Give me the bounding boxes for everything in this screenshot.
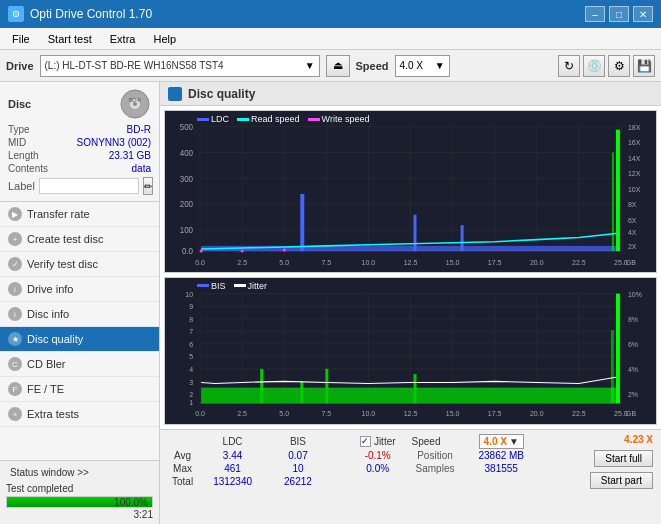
disc-quality-label: Disc quality xyxy=(27,333,83,345)
drive-select[interactable]: (L:) HL-DT-ST BD-RE WH16NS58 TST4 ▼ xyxy=(40,55,320,77)
eject-button[interactable]: ⏏ xyxy=(326,55,350,77)
sidebar-item-disc-quality[interactable]: ★ Disc quality xyxy=(0,327,159,352)
start-part-button[interactable]: Start part xyxy=(590,472,653,489)
legend-jitter-text: Jitter xyxy=(248,281,268,291)
svg-rect-51 xyxy=(414,215,417,251)
disc-label-row: Label ✏ xyxy=(8,177,151,195)
svg-text:10.0: 10.0 xyxy=(362,258,376,266)
disc-label-label: Label xyxy=(8,180,35,192)
disc-label-button[interactable]: ✏ xyxy=(143,177,153,195)
speed-header-text: Speed xyxy=(412,436,441,447)
svg-text:9: 9 xyxy=(189,303,193,311)
nav-section: ▶ Transfer rate + Create test disc ✓ Ver… xyxy=(0,202,159,460)
speed-select[interactable]: 4.0 X ▼ xyxy=(395,55,450,77)
disc-label-input[interactable] xyxy=(39,178,139,194)
svg-text:0.0: 0.0 xyxy=(195,410,205,418)
legend-bis-text: BIS xyxy=(211,281,226,291)
disc-icon-button[interactable]: 💿 xyxy=(583,55,605,77)
sidebar-item-drive-info[interactable]: i Drive info xyxy=(0,277,159,302)
start-full-button[interactable]: Start full xyxy=(594,450,653,467)
svg-text:1: 1 xyxy=(189,399,193,407)
total-bis: 26212 xyxy=(268,475,328,488)
avg-label: Avg xyxy=(168,449,197,462)
menu-file[interactable]: File xyxy=(4,31,38,47)
svg-text:8: 8 xyxy=(189,316,193,324)
chart-ldc: LDC Read speed Write speed xyxy=(164,110,657,273)
svg-rect-112 xyxy=(616,293,620,403)
svg-rect-54 xyxy=(612,153,614,252)
svg-text:12X: 12X xyxy=(628,170,641,178)
create-test-disc-icon: + xyxy=(8,232,22,246)
position-value: 23862 MB xyxy=(466,449,536,462)
svg-rect-107 xyxy=(201,387,619,403)
minimize-button[interactable]: – xyxy=(585,6,605,22)
status-window-nav[interactable]: Status window >> xyxy=(6,465,153,480)
settings-button[interactable]: ⚙ xyxy=(608,55,630,77)
menu-extra[interactable]: Extra xyxy=(102,31,144,47)
legend-ldc-text: LDC xyxy=(211,114,229,124)
svg-rect-111 xyxy=(414,374,417,403)
stats-total-row: Total 1312340 26212 xyxy=(168,475,536,488)
disc-mid-row: MID SONYNN3 (002) xyxy=(8,137,151,148)
svg-text:7.5: 7.5 xyxy=(321,258,331,266)
bis-legend-dot xyxy=(197,284,209,287)
extra-tests-icon: + xyxy=(8,407,22,421)
verify-test-disc-icon: ✓ xyxy=(8,257,22,271)
speed-select-value: 4.0 X xyxy=(484,436,507,447)
stats-header-space xyxy=(328,434,352,449)
jitter-checkbox[interactable]: ✓ xyxy=(360,436,371,447)
create-test-disc-label: Create test disc xyxy=(27,233,103,245)
jitter-label: Jitter xyxy=(374,436,396,447)
drive-info-icon: i xyxy=(8,282,22,296)
speed-value: 4.0 X xyxy=(400,60,423,71)
chart2-legend: BIS Jitter xyxy=(197,281,267,291)
title-controls: – □ ✕ xyxy=(585,6,653,22)
svg-text:17.5: 17.5 xyxy=(488,410,502,418)
legend-bis: BIS xyxy=(197,281,226,291)
svg-text:5.0: 5.0 xyxy=(279,410,289,418)
maximize-button[interactable]: □ xyxy=(609,6,629,22)
stats-area: LDC BIS ✓ Jitter xyxy=(160,429,661,524)
menu-help[interactable]: Help xyxy=(145,31,184,47)
chart1-legend: LDC Read speed Write speed xyxy=(197,114,369,124)
sidebar-item-create-test-disc[interactable]: + Create test disc xyxy=(0,227,159,252)
svg-text:22.5: 22.5 xyxy=(572,410,586,418)
svg-text:2.5: 2.5 xyxy=(237,258,247,266)
disc-contents-row: Contents data xyxy=(8,163,151,174)
max-label: Max xyxy=(168,462,197,475)
stats-header-bis: BIS xyxy=(268,434,328,449)
svg-text:4X: 4X xyxy=(628,229,637,237)
svg-text:18X: 18X xyxy=(628,124,641,132)
svg-text:BD-R: BD-R xyxy=(129,97,142,103)
sidebar-item-verify-test-disc[interactable]: ✓ Verify test disc xyxy=(0,252,159,277)
disc-quality-title: Disc quality xyxy=(188,87,255,101)
max-bis: 10 xyxy=(268,462,328,475)
legend-read-speed-text: Read speed xyxy=(251,114,300,124)
sidebar-item-transfer-rate[interactable]: ▶ Transfer rate xyxy=(0,202,159,227)
title-bar: ⊙ Opti Drive Control 1.70 – □ ✕ xyxy=(0,0,661,28)
samples-value: 381555 xyxy=(466,462,536,475)
write-speed-legend-dot xyxy=(308,118,320,121)
svg-text:3: 3 xyxy=(189,378,193,386)
status-completed-text: Test completed xyxy=(6,483,153,494)
refresh-button[interactable]: ↻ xyxy=(558,55,580,77)
disc-type-value: BD-R xyxy=(127,124,151,135)
svg-text:2: 2 xyxy=(189,391,193,399)
main-layout: Disc BD-R Type BD-R MID SONYNN3 (002) Le… xyxy=(0,82,661,524)
menu-start-test[interactable]: Start test xyxy=(40,31,100,47)
save-button[interactable]: 💾 xyxy=(633,55,655,77)
speed-label: Speed xyxy=(356,60,389,72)
sidebar-item-fe-te[interactable]: F FE / TE xyxy=(0,377,159,402)
svg-rect-52 xyxy=(461,225,464,251)
drive-info-label: Drive info xyxy=(27,283,73,295)
stats-main-row: LDC BIS ✓ Jitter xyxy=(168,434,653,489)
disc-length-row: Length 23.31 GB xyxy=(8,150,151,161)
svg-text:16X: 16X xyxy=(628,139,641,147)
svg-rect-108 xyxy=(260,369,263,403)
sidebar-item-disc-info[interactable]: i Disc info xyxy=(0,302,159,327)
close-button[interactable]: ✕ xyxy=(633,6,653,22)
disc-quality-header: Disc quality xyxy=(160,82,661,106)
sidebar-item-extra-tests[interactable]: + Extra tests xyxy=(0,402,159,427)
disc-length-value: 23.31 GB xyxy=(109,150,151,161)
sidebar-item-cd-bler[interactable]: C CD Bler xyxy=(0,352,159,377)
